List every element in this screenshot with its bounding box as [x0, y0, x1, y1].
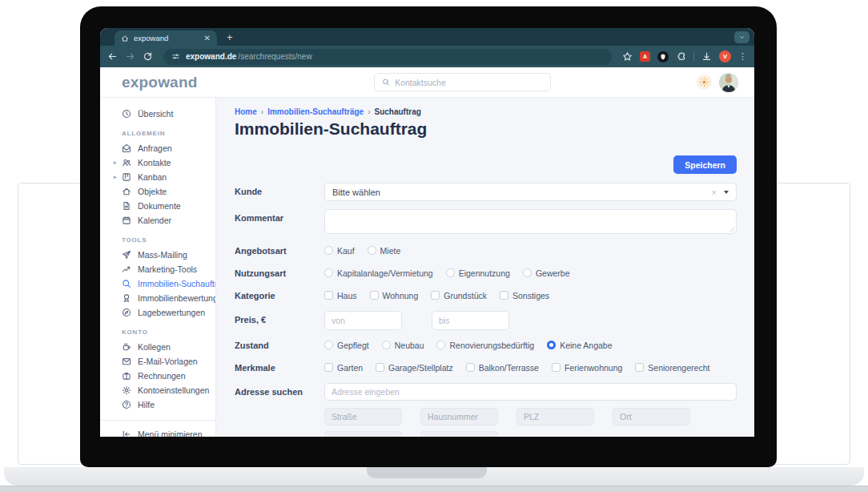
search-icon: [122, 279, 131, 288]
extension-icon[interactable]: [657, 51, 669, 63]
address-extra-field: [420, 431, 498, 437]
sidebar-section-tools: TOOLS: [100, 236, 215, 244]
expand-caret-icon[interactable]: ▸: [114, 174, 117, 180]
checkbox-sonstiges[interactable]: Sonstiges: [500, 291, 549, 300]
plz-field: [516, 408, 594, 425]
field-label: Nutzungsart: [235, 268, 324, 278]
radio-eigennutzung[interactable]: Eigennutzung: [446, 268, 510, 278]
compass-icon: [122, 308, 131, 317]
sidebar-section-konto: KONTO: [100, 329, 215, 336]
form-row-preis: Preis, €: [235, 311, 737, 330]
forward-icon[interactable]: [125, 51, 135, 62]
sidebar-item-immobilienbewertungen[interactable]: Immobilienbewertungen: [100, 291, 215, 305]
laptop-frame: expowand ✕ + expowand.de /searchrequests…: [80, 6, 777, 467]
site-settings-icon[interactable]: [171, 52, 180, 61]
checkbox-ferienwohnung[interactable]: Ferienwohnung: [552, 363, 622, 373]
pdf-extension-icon[interactable]: A: [640, 51, 650, 62]
chevron-down-icon: [738, 34, 745, 41]
toolbar-divider: [693, 51, 694, 62]
clear-icon[interactable]: ×: [712, 188, 717, 197]
laptop-base-edge: [0, 486, 868, 492]
kommentar-textarea[interactable]: [324, 209, 737, 234]
theme-toggle[interactable]: [697, 75, 712, 90]
ort-field: [613, 408, 690, 425]
form-row-adressfelder-2: [235, 431, 737, 437]
radio-keine-angabe[interactable]: Keine Angabe: [547, 341, 612, 350]
send-icon: [122, 250, 131, 260]
sidebar-item-lagebewertungen[interactable]: Lagebewertungen: [100, 305, 215, 320]
sidebar-item-mass-mailing[interactable]: Mass-Mailing: [100, 248, 215, 262]
inbox-icon: [122, 143, 131, 153]
adresse-input[interactable]: [324, 383, 737, 401]
url-bar[interactable]: expowand.de /searchrequests/new: [163, 49, 612, 65]
sidebar-collapse-button[interactable]: Menü minimieren: [100, 421, 215, 437]
breadcrumb-current: Suchauftrag: [375, 107, 421, 116]
clock-icon: [122, 109, 131, 119]
contact-search[interactable]: [374, 73, 551, 91]
checkbox-wohnung[interactable]: Wohnung: [370, 291, 419, 300]
app-header: expowand: [100, 67, 754, 98]
preis-von-input[interactable]: [324, 311, 402, 330]
sidebar-item-rechnungen[interactable]: Rechnungen: [100, 369, 215, 383]
breadcrumb-suchauftraege[interactable]: Immobilien-Suchaufträge: [267, 107, 364, 116]
browser-profile-avatar[interactable]: V: [719, 50, 731, 63]
strasse-field: [324, 408, 402, 425]
extensions-puzzle-icon[interactable]: [676, 51, 686, 62]
sidebar-item-dokumente[interactable]: Dokumente: [100, 199, 215, 213]
sidebar-item-kalender[interactable]: Kalender: [100, 213, 215, 228]
sidebar-item-objekte[interactable]: Objekte: [100, 184, 215, 199]
breadcrumb-separator: ›: [261, 107, 263, 116]
expand-caret-icon[interactable]: ▸: [114, 159, 117, 166]
checkbox-garten[interactable]: Garten: [324, 363, 363, 373]
new-tab-button[interactable]: +: [227, 31, 233, 44]
save-button[interactable]: Speichern: [673, 155, 737, 174]
home-favicon-icon: [121, 34, 129, 42]
checkbox-seniorengerecht[interactable]: Seniorengerecht: [635, 363, 709, 373]
main-content: Home › Immobilien-Suchaufträge › Suchauf…: [216, 98, 754, 437]
kunde-select[interactable]: Bitte wählen ×: [324, 183, 737, 201]
radio-kauf[interactable]: Kauf: [324, 246, 355, 256]
app-logo[interactable]: expowand: [122, 74, 198, 91]
resize-handle-icon[interactable]: [728, 225, 734, 232]
browser-tab[interactable]: expowand ✕: [115, 30, 217, 46]
sun-icon: [699, 77, 709, 87]
mail-icon: [122, 357, 131, 366]
field-label: Zustand: [235, 340, 324, 350]
sidebar-item-uebersicht[interactable]: Übersicht: [100, 107, 215, 121]
breadcrumb-home[interactable]: Home: [235, 107, 257, 116]
checkbox-haus[interactable]: Haus: [324, 291, 357, 300]
user-avatar[interactable]: [719, 73, 738, 92]
sidebar-item-kollegen[interactable]: Kollegen: [100, 340, 215, 354]
reload-icon[interactable]: [143, 51, 153, 62]
tab-close-icon[interactable]: ✕: [204, 34, 211, 42]
radio-neubau[interactable]: Neubau: [382, 341, 424, 350]
radio-gepflegt[interactable]: Gepflegt: [324, 341, 369, 350]
radio-kapitalanlage[interactable]: Kapitalanlage/Vermietung: [324, 268, 433, 278]
tab-search-button[interactable]: [734, 31, 749, 43]
gear-icon: [122, 385, 131, 395]
browser-menu-icon[interactable]: ⋮: [738, 52, 747, 61]
checkbox-garage-stellplatz[interactable]: Garage/Stellplatz: [376, 363, 453, 373]
address-extra-field: [324, 431, 402, 437]
sidebar-item-hilfe[interactable]: Hilfe: [100, 397, 215, 412]
downloads-icon[interactable]: [701, 51, 712, 62]
contact-search-input[interactable]: [395, 78, 543, 87]
bookmark-star-icon[interactable]: [622, 51, 633, 62]
radio-miete[interactable]: Miete: [368, 246, 401, 256]
kanban-icon: [122, 172, 131, 182]
checkbox-grundstueck[interactable]: Grundstück: [431, 291, 487, 300]
back-icon[interactable]: [107, 51, 118, 62]
sidebar-item-kontoeinstellungen[interactable]: Kontoeinstellungen: [100, 383, 215, 397]
sidebar-item-immobilien-suchauftraege[interactable]: Immobilien-Suchaufträge: [100, 276, 215, 291]
sidebar-item-kontakte[interactable]: ▸ Kontakte: [100, 155, 215, 170]
sidebar-item-marketing-tools[interactable]: Marketing-Tools: [100, 262, 215, 276]
radio-renovierungsbeduerftig[interactable]: Renovierungsbedürftig: [436, 341, 534, 350]
sidebar-item-anfragen[interactable]: Anfragen: [100, 141, 215, 155]
url-domain: expowand.de: [186, 52, 236, 61]
checkbox-balkon-terrasse[interactable]: Balkon/Terrasse: [466, 363, 539, 373]
sidebar-item-email-vorlagen[interactable]: E-Mail-Vorlagen: [100, 354, 215, 369]
form-row-kommentar: Kommentar: [235, 209, 737, 234]
preis-bis-input[interactable]: [432, 311, 509, 330]
sidebar-item-kanban[interactable]: ▸ Kanban: [100, 170, 215, 184]
radio-gewerbe[interactable]: Gewerbe: [523, 268, 570, 278]
